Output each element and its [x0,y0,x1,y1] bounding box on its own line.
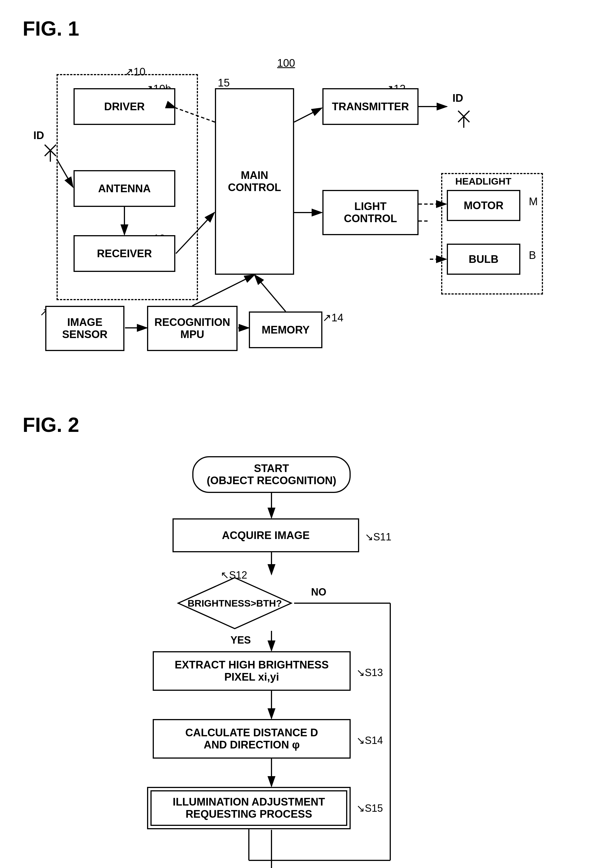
ref-100: 100 [277,57,295,69]
ref-s14: ↘S14 [356,735,383,747]
ref-14: ↗14 [322,312,343,324]
memory-box: MEMORY [249,312,322,348]
extract-pixel-node: EXTRACT HIGH BRIGHTNESS PIXEL xi,yi [153,651,351,691]
headlight-label: HEADLIGHT [455,176,511,187]
yes-label: YES [230,634,251,646]
ref-s12: ↖S12 [221,569,247,581]
fig2-label: FIG. 2 [23,413,585,436]
image-sensor-box: IMAGE SENSOR [45,306,124,351]
receiver-box: RECEIVER [73,235,175,272]
svg-line-14 [458,111,470,122]
motor-box: MOTOR [447,190,520,221]
fig1-container: 100 ↗10 ↗10b ↘10a ↘10c 15 ↗12 ↗13 ↗11 ↗1… [23,51,588,391]
svg-line-10 [294,108,322,122]
ref-s11: ↘S11 [365,531,391,543]
antenna-box: ANTENNA [73,170,175,207]
acquire-image-node: ACQUIRE IMAGE [173,518,359,552]
svg-line-4 [45,145,56,156]
svg-text:ID: ID [453,92,463,104]
fig1-label: FIG. 1 [23,17,585,40]
svg-line-20 [255,275,286,312]
transmitter-box: TRANSMITTER [322,88,418,125]
illumination-node: ILLUMINATION ADJUSTMENT REQUESTING PROCE… [147,787,351,829]
ref-s15: ↘S15 [356,803,383,814]
ref-15: 15 [218,77,230,89]
driver-box: DRIVER [73,88,175,125]
no-label: NO [311,586,327,598]
fig2-container: START (OBJECT RECOGNITION) ACQUIRE IMAGE… [107,448,503,868]
bulb-box: BULB [447,243,520,275]
calc-distance-node: CALCULATE DISTANCE D AND DIRECTION φ [153,719,351,759]
main-control-box: MAIN CONTROL [215,88,294,275]
ref-s13: ↘S13 [356,667,383,679]
svg-line-13 [458,111,470,122]
brightness-diamond: BRIGHTNESS>BTH? [175,575,294,631]
svg-line-23 [192,275,255,306]
light-control-box: LIGHT CONTROL [322,190,418,235]
recognition-mpu-box: RECOGNITION MPU [147,306,238,351]
start-node: START (OBJECT RECOGNITION) [192,456,351,493]
svg-line-3 [45,145,56,156]
svg-text:ID: ID [33,129,44,141]
